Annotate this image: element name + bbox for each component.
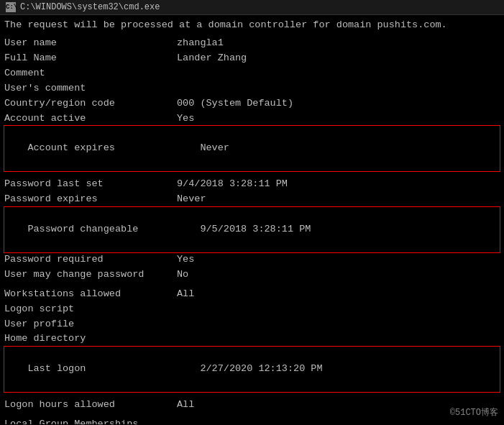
- field-pwd-changeable: Password changeable9/5/2018 3:28:11 PM: [4, 207, 500, 252]
- window-title: C:\WINDOWS\system32\cmd.exe: [20, 2, 160, 12]
- field-account-active: Account activeYes: [4, 111, 500, 127]
- field-fullname: Full NameLander Zhang: [4, 51, 500, 66]
- field-pwd-required: Password requiredYes: [4, 252, 500, 268]
- field-users-comment: User's comment: [4, 81, 500, 96]
- field-last-logon: Last logon2/27/2020 12:13:20 PM: [4, 347, 500, 392]
- field-logon-hours: Logon hours allowedAll: [4, 398, 500, 413]
- brand-watermark: ©51CTO博客: [450, 406, 498, 420]
- field-comment: Comment: [4, 66, 500, 81]
- field-user-profile: User profile: [4, 317, 500, 332]
- field-country: Country/region code000 (System Default): [4, 96, 500, 111]
- field-pwd-change: User may change passwordNo: [4, 268, 500, 283]
- title-icon: C:\: [6, 2, 16, 12]
- terminal-body: The request will be processed at a domai…: [0, 15, 504, 424]
- field-logon-script: Logon script: [4, 302, 500, 317]
- field-pwd-last-set: Password last set9/4/2018 3:28:11 PM: [4, 177, 500, 192]
- field-username: User namezhangla1: [4, 36, 500, 51]
- field-workstations: Workstations allowedAll: [4, 287, 500, 302]
- title-bar: C:\ C:\WINDOWS\system32\cmd.exe: [0, 0, 504, 15]
- field-home-directory: Home directory: [4, 332, 500, 347]
- intro-line: The request will be processed at a domai…: [4, 18, 500, 33]
- field-local-group: Local Group Memberships: [4, 417, 500, 424]
- field-account-expires: Account expiresNever: [4, 126, 500, 171]
- field-pwd-expires: Password expiresNever: [4, 192, 500, 207]
